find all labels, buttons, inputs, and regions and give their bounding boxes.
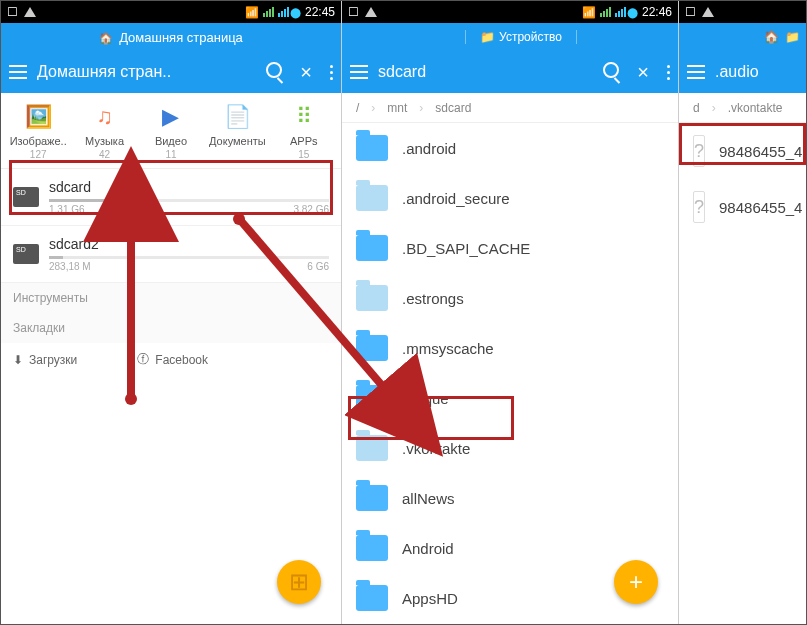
folder-icon	[356, 335, 388, 361]
section-instruments: Инструменты	[1, 283, 341, 313]
list-item[interactable]: .vkontakte	[342, 423, 678, 473]
warning-icon	[365, 7, 377, 17]
list-item[interactable]: .android_secure	[342, 173, 678, 223]
folder-icon	[356, 185, 388, 211]
storage-sdcard2[interactable]: sdcard2 283,18 M6 G6	[1, 226, 341, 283]
list-item[interactable]: .BD_SAPI_CACHE	[342, 223, 678, 273]
sdcard-icon	[13, 244, 39, 264]
folder-icon	[356, 385, 388, 411]
list-item[interactable]: ? 98486455_4	[679, 179, 806, 235]
category-apps[interactable]: ⠿ APPs 15	[274, 103, 334, 160]
status-bar: ☐ ⬤ 22:45	[1, 1, 341, 23]
warning-icon	[702, 7, 714, 17]
wifi-icon	[245, 5, 259, 19]
folder-icon	[356, 235, 388, 261]
file-list: ? 98486455_4 ? 98486455_4	[679, 123, 806, 235]
menu-icon[interactable]	[687, 65, 705, 79]
bookmark-downloads[interactable]: ⬇Загрузки	[13, 351, 77, 368]
tab-bar[interactable]: Домашняя страница	[1, 23, 341, 51]
list-item[interactable]: .android	[342, 123, 678, 173]
more-icon[interactable]	[330, 65, 333, 80]
status-bar: ☐ ⬤ 22:46	[342, 1, 678, 23]
breadcrumb[interactable]: d .vkontakte	[679, 93, 806, 123]
fab-button[interactable]: ⊞	[277, 560, 321, 604]
breadcrumb[interactable]: / mnt sdcard	[342, 93, 678, 123]
menu-icon[interactable]	[350, 65, 368, 79]
list-item[interactable]: .estrongs	[342, 273, 678, 323]
close-icon[interactable]: ×	[637, 61, 649, 84]
toolbar-title: Домашняя стран..	[37, 63, 256, 81]
bookmark-facebook[interactable]: ⓕFacebook	[137, 351, 208, 368]
sdcard-icon	[13, 187, 39, 207]
close-icon[interactable]: ×	[300, 61, 312, 84]
list-item[interactable]: .torque	[342, 373, 678, 423]
toolbar: .audio	[679, 51, 806, 93]
section-bookmarks: Закладки	[1, 313, 341, 343]
menu-icon[interactable]	[9, 65, 27, 79]
clock: 22:46	[642, 5, 672, 19]
signal-icon	[615, 7, 626, 17]
file-icon: ?	[693, 135, 705, 167]
panel-home: ☐ ⬤ 22:45 Домашняя страница Домашняя стр…	[1, 1, 342, 624]
panel-audio: ☐ 🏠📁 .audio d .vkontakte ? 98486455_4 ? …	[679, 1, 806, 624]
toolbar: Домашняя стран.. ×	[1, 51, 341, 93]
storage-sdcard[interactable]: sdcard 1,31 G63,82 G6	[1, 169, 341, 226]
category-music[interactable]: ♫ Музыка 42	[75, 103, 135, 160]
list-item[interactable]: backups	[342, 623, 678, 624]
file-icon: ?	[693, 191, 705, 223]
list-item[interactable]: ? 98486455_4	[679, 123, 806, 179]
folder-icon	[356, 285, 388, 311]
status-bar: ☐	[679, 1, 806, 23]
toolbar: sdcard ×	[342, 51, 678, 93]
signal-icon	[278, 7, 289, 17]
folder-icon	[356, 435, 388, 461]
panel-device: ☐ ⬤ 22:46 📁Устройство sdcard ×	[342, 1, 679, 624]
categories-row: 🖼️ Изображе.. 127 ♫ Музыка 42 ▶ Видео 11…	[1, 93, 341, 169]
search-icon[interactable]	[603, 62, 619, 83]
category-docs[interactable]: 📄 Документы	[207, 103, 267, 160]
list-item[interactable]: .mmsyscache	[342, 323, 678, 373]
folder-list: .android.android_secure.BD_SAPI_CACHE.es…	[342, 123, 678, 624]
category-images[interactable]: 🖼️ Изображе.. 127	[8, 103, 68, 160]
folder-icon	[356, 135, 388, 161]
list-item[interactable]: allNews	[342, 473, 678, 523]
wifi-icon	[582, 5, 596, 19]
fab-add-button[interactable]: +	[614, 560, 658, 604]
folder-icon	[356, 485, 388, 511]
signal-icon	[263, 7, 274, 17]
tab-bar[interactable]: 🏠📁	[679, 23, 806, 51]
home-icon	[99, 30, 113, 45]
tab-bar[interactable]: 📁Устройство	[342, 23, 678, 51]
clock: 22:45	[305, 5, 335, 19]
search-icon[interactable]	[266, 62, 282, 83]
more-icon[interactable]	[667, 65, 670, 80]
category-video[interactable]: ▶ Видео 11	[141, 103, 201, 160]
toolbar-title: .audio	[715, 63, 798, 81]
toolbar-title: sdcard	[378, 63, 593, 81]
tab-label: Домашняя страница	[119, 30, 243, 45]
signal-icon	[600, 7, 611, 17]
warning-icon	[24, 7, 36, 17]
folder-icon	[356, 535, 388, 561]
folder-icon	[356, 585, 388, 611]
